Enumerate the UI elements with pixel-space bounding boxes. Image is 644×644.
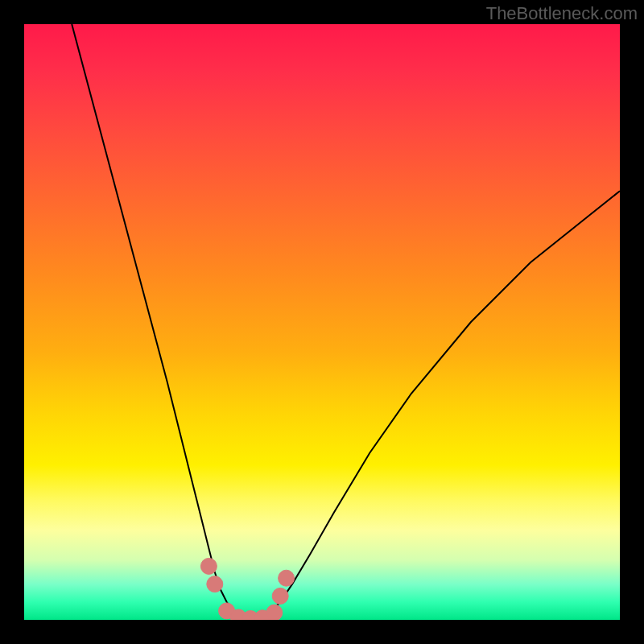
data-point <box>279 570 295 586</box>
watermark-text: TheBottleneck.com <box>486 3 638 24</box>
curve-left-branch <box>72 24 245 617</box>
data-point <box>266 605 283 620</box>
curve-group <box>72 24 620 619</box>
outer-frame: TheBottleneck.com <box>0 0 644 644</box>
plot-area <box>24 24 620 620</box>
data-point <box>207 576 223 592</box>
data-point <box>200 558 217 574</box>
marker-group <box>200 558 294 620</box>
chart-svg <box>24 24 620 620</box>
data-point <box>272 588 288 604</box>
curve-right-branch <box>262 191 620 617</box>
